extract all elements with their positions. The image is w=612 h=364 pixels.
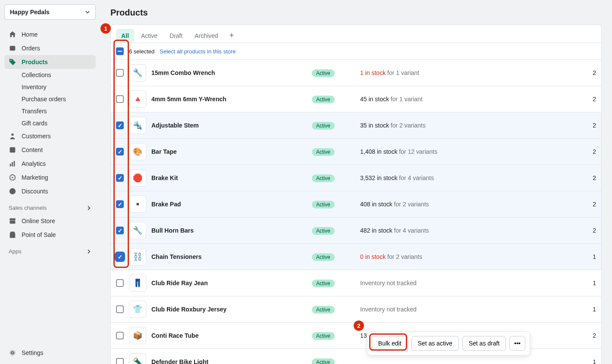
- chevron-right-icon[interactable]: [86, 249, 91, 254]
- subnav-transfers[interactable]: Transfers: [17, 105, 96, 117]
- selected-count: 6 selected: [129, 48, 154, 55]
- chevron-right-icon[interactable]: [86, 205, 91, 211]
- tab-all[interactable]: All: [116, 29, 134, 43]
- status-cell: Active: [312, 358, 355, 364]
- nav-marketing[interactable]: Marketing: [4, 171, 96, 184]
- nav-orders[interactable]: Orders: [4, 41, 96, 55]
- nav-discounts[interactable]: Discounts: [4, 184, 96, 198]
- product-name[interactable]: Bar Tape: [151, 148, 307, 155]
- row-checkbox[interactable]: [116, 121, 124, 129]
- pos-icon: [9, 231, 16, 239]
- product-name[interactable]: Defender Bike Light: [151, 358, 307, 364]
- status-badge: Active: [312, 174, 335, 182]
- svg-rect-0: [10, 46, 16, 51]
- channels-cell: 2: [574, 148, 596, 155]
- svg-point-7: [12, 177, 13, 178]
- nav-home[interactable]: Home: [4, 28, 96, 41]
- channels-cell: 2: [574, 96, 596, 103]
- row-checkbox[interactable]: [116, 200, 124, 208]
- channels-cell: 2: [574, 174, 596, 181]
- nav-customers[interactable]: Customers: [4, 129, 96, 143]
- table-row: 👖Club Ride Ray JeanActiveInventory not t…: [111, 270, 601, 296]
- sidebar: Happy Pedals Home Orders Products Collec…: [0, 0, 100, 364]
- status-cell: Active: [312, 253, 355, 260]
- product-thumbnail: 👕: [129, 301, 146, 318]
- nav-label: Home: [22, 31, 38, 38]
- page-title: Products: [110, 8, 602, 18]
- product-name[interactable]: Club Ride Ray Jean: [151, 280, 307, 286]
- nav-label: Content: [22, 146, 43, 153]
- row-checkbox[interactable]: [116, 69, 124, 77]
- svg-rect-4: [12, 162, 13, 166]
- nav-online-store[interactable]: Online Store: [4, 214, 96, 228]
- product-name[interactable]: Chain Tensioners: [151, 253, 307, 260]
- chevron-down-icon: [85, 9, 90, 15]
- row-checkbox[interactable]: [116, 227, 124, 234]
- products-card: 1 All Active Draft Archived + 6 selected…: [110, 25, 602, 364]
- product-thumbnail: 📦: [129, 327, 146, 344]
- row-checkbox[interactable]: [116, 174, 124, 182]
- store-selector[interactable]: Happy Pedals: [4, 4, 96, 20]
- svg-point-1: [11, 134, 13, 136]
- tab-draft[interactable]: Draft: [164, 29, 188, 43]
- product-name[interactable]: Adjustable Stem: [151, 122, 307, 129]
- status-badge: Active: [312, 253, 335, 261]
- inventory-cell: 1,408 in stock for 12 variants: [360, 148, 569, 155]
- table-row: 🔧Bull Horn BarsActive482 in stock for 4 …: [111, 218, 601, 244]
- select-all-checkbox[interactable]: [116, 47, 124, 55]
- row-checkbox[interactable]: [116, 253, 124, 261]
- channels-cell: 1: [574, 358, 596, 364]
- nav-settings[interactable]: Settings: [4, 346, 96, 360]
- status-cell: Active: [312, 201, 355, 208]
- product-name[interactable]: Brake Kit: [151, 174, 307, 181]
- product-name[interactable]: Bull Horn Bars: [151, 227, 307, 234]
- nav-label: Online Store: [22, 218, 55, 224]
- add-view-button[interactable]: +: [225, 28, 239, 43]
- product-name[interactable]: 15mm Combo Wrench: [151, 69, 307, 76]
- product-name[interactable]: 4mm 5mm 6mm Y-Wrench: [151, 96, 307, 103]
- svg-rect-2: [10, 147, 16, 153]
- row-checkbox[interactable]: [116, 95, 124, 103]
- nav-label: Orders: [22, 45, 40, 52]
- row-checkbox[interactable]: [116, 332, 124, 339]
- table-row: ⛓️Chain TensionersActive0 in stock for 2…: [111, 244, 601, 270]
- status-cell: Active: [312, 280, 355, 286]
- inventory-cell: Inventory not tracked: [360, 306, 569, 313]
- tab-active[interactable]: Active: [136, 29, 163, 43]
- nav-label: Products: [22, 59, 48, 65]
- tab-archived[interactable]: Archived: [189, 29, 223, 43]
- product-name[interactable]: Club Ride Roxbury Jersey: [151, 306, 307, 313]
- inventory-cell: 482 in stock for 4 variants: [360, 227, 569, 234]
- subnav-gift-cards[interactable]: Gift cards: [17, 117, 96, 129]
- main-nav: Home Orders Products Collections Invento…: [4, 28, 96, 258]
- table-row: 👕Club Ride Roxbury JerseyActiveInventory…: [111, 296, 601, 323]
- product-name[interactable]: Conti Race Tube: [151, 332, 307, 339]
- product-thumbnail: ▪️: [129, 196, 146, 213]
- subnav-collections[interactable]: Collections: [17, 69, 96, 81]
- table-row: 🛑Brake KitActive3,532 in stock for 4 var…: [111, 165, 601, 191]
- row-checkbox[interactable]: [116, 305, 124, 313]
- product-thumbnail: 🔺: [129, 90, 146, 108]
- row-checkbox[interactable]: [116, 279, 124, 287]
- nav-pos[interactable]: Point of Sale: [4, 228, 96, 242]
- svg-rect-5: [14, 161, 15, 167]
- row-checkbox[interactable]: [116, 148, 124, 156]
- nav-products[interactable]: Products: [4, 55, 96, 69]
- select-all-link[interactable]: Select all products in this store: [160, 48, 235, 55]
- status-cell: Active: [312, 174, 355, 181]
- nav-content[interactable]: Content: [4, 143, 96, 157]
- product-name[interactable]: Brake Pad: [151, 201, 307, 208]
- nav-analytics[interactable]: Analytics: [4, 157, 96, 171]
- set-draft-button[interactable]: Set as draft: [462, 336, 506, 351]
- bulk-edit-button[interactable]: Bulk edit: [372, 336, 408, 351]
- apps-label: Apps: [4, 245, 96, 258]
- nav-label: Point of Sale: [22, 231, 56, 238]
- row-checkbox[interactable]: [116, 358, 124, 364]
- set-active-button[interactable]: Set as active: [411, 336, 459, 351]
- channels-cell: 1: [574, 253, 596, 260]
- more-actions-button[interactable]: •••: [509, 336, 525, 351]
- status-badge: Active: [312, 358, 335, 364]
- channels-cell: 2: [574, 201, 596, 208]
- subnav-purchase-orders[interactable]: Purchase orders: [17, 93, 96, 105]
- subnav-inventory[interactable]: Inventory: [17, 81, 96, 93]
